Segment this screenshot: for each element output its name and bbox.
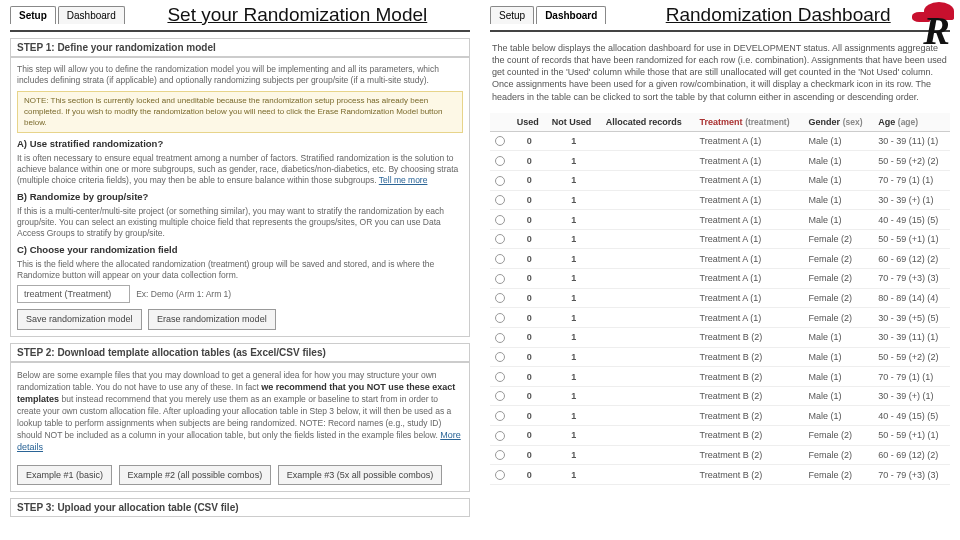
row-age: 70 - 79 (+3) (3) xyxy=(873,269,950,289)
tab-setup-right[interactable]: Setup xyxy=(490,6,534,24)
row-radio[interactable] xyxy=(490,367,512,387)
row-notused: 1 xyxy=(547,367,601,387)
row-radio[interactable] xyxy=(490,269,512,289)
row-used: 0 xyxy=(512,347,547,367)
row-used: 0 xyxy=(512,445,547,465)
th-allocated[interactable]: Allocated records xyxy=(601,113,695,132)
row-radio[interactable] xyxy=(490,249,512,269)
row-used: 0 xyxy=(512,288,547,308)
row-radio[interactable] xyxy=(490,465,512,485)
row-notused: 1 xyxy=(547,347,601,367)
table-row: 01Treatment B (2)Female (2)60 - 69 (12) … xyxy=(490,445,950,465)
row-notused: 1 xyxy=(547,170,601,190)
row-radio[interactable] xyxy=(490,386,512,406)
left-header: Setup Dashboard Set your Randomization M… xyxy=(10,4,470,32)
row-gender: Male (1) xyxy=(804,170,874,190)
row-treatment: Treatment B (2) xyxy=(695,426,804,446)
row-notused: 1 xyxy=(547,406,601,426)
row-age: 30 - 39 (11) (1) xyxy=(873,131,950,151)
left-title: Set your Randomization Model xyxy=(125,4,470,26)
tell-me-more-link[interactable]: Tell me more xyxy=(379,175,428,185)
row-age: 60 - 69 (12) (2) xyxy=(873,249,950,269)
row-notused: 1 xyxy=(547,426,601,446)
dashboard-desc: The table below displays the allocation … xyxy=(490,38,950,107)
row-radio[interactable] xyxy=(490,151,512,171)
row-radio[interactable] xyxy=(490,426,512,446)
row-allocated xyxy=(601,465,695,485)
row-radio[interactable] xyxy=(490,288,512,308)
row-treatment: Treatment B (2) xyxy=(695,367,804,387)
th-notused[interactable]: Not Used xyxy=(547,113,601,132)
th-age-code: (age) xyxy=(898,117,918,127)
row-treatment: Treatment A (1) xyxy=(695,210,804,230)
row-treatment: Treatment A (1) xyxy=(695,151,804,171)
table-row: 01Treatment B (2)Female (2)70 - 79 (+3) … xyxy=(490,465,950,485)
row-used: 0 xyxy=(512,170,547,190)
row-radio[interactable] xyxy=(490,210,512,230)
example2-button[interactable]: Example #2 (all possible combos) xyxy=(119,465,272,485)
row-radio[interactable] xyxy=(490,327,512,347)
step1-note: NOTE: This section is currently locked a… xyxy=(17,91,463,133)
row-gender: Male (1) xyxy=(804,131,874,151)
row-treatment: Treatment A (1) xyxy=(695,308,804,328)
table-row: 01Treatment A (1)Male (1)30 - 39 (11) (1… xyxy=(490,131,950,151)
row-radio[interactable] xyxy=(490,190,512,210)
redcap-logo: R xyxy=(906,2,954,50)
th-blank[interactable] xyxy=(490,113,512,132)
table-row: 01Treatment A (1)Male (1)70 - 79 (1) (1) xyxy=(490,170,950,190)
row-allocated xyxy=(601,426,695,446)
row-treatment: Treatment A (1) xyxy=(695,249,804,269)
row-notused: 1 xyxy=(547,386,601,406)
row-radio[interactable] xyxy=(490,347,512,367)
row-age: 70 - 79 (1) (1) xyxy=(873,170,950,190)
th-treatment[interactable]: Treatment (treatment) xyxy=(695,113,804,132)
row-age: 30 - 39 (+) (1) xyxy=(873,386,950,406)
row-allocated xyxy=(601,406,695,426)
tab-dashboard-right[interactable]: Dashboard xyxy=(536,6,606,24)
row-allocated xyxy=(601,386,695,406)
row-radio[interactable] xyxy=(490,308,512,328)
row-gender: Male (1) xyxy=(804,210,874,230)
th-gender[interactable]: Gender (sex) xyxy=(804,113,874,132)
th-used[interactable]: Used xyxy=(512,113,547,132)
erase-model-button[interactable]: Erase randomization model xyxy=(148,309,276,329)
row-treatment: Treatment A (1) xyxy=(695,131,804,151)
row-age: 50 - 59 (+1) (1) xyxy=(873,426,950,446)
row-used: 0 xyxy=(512,210,547,230)
row-notused: 1 xyxy=(547,210,601,230)
randomization-field-select[interactable]: treatment (Treatment) xyxy=(17,285,130,303)
row-used: 0 xyxy=(512,367,547,387)
row-gender: Female (2) xyxy=(804,308,874,328)
tab-dashboard-left[interactable]: Dashboard xyxy=(58,6,125,24)
row-notused: 1 xyxy=(547,327,601,347)
row-gender: Male (1) xyxy=(804,406,874,426)
row-allocated xyxy=(601,308,695,328)
row-radio[interactable] xyxy=(490,170,512,190)
row-notused: 1 xyxy=(547,308,601,328)
row-allocated xyxy=(601,190,695,210)
row-radio[interactable] xyxy=(490,131,512,151)
row-age: 30 - 39 (11) (1) xyxy=(873,327,950,347)
row-notused: 1 xyxy=(547,269,601,289)
th-treatment-label: Treatment xyxy=(700,117,743,127)
step1-intro: This step will allow you to define the r… xyxy=(17,64,463,86)
step1-c-head: C) Choose your randomization field xyxy=(17,244,463,257)
table-row: 01Treatment B (2)Male (1)50 - 59 (+2) (2… xyxy=(490,347,950,367)
row-treatment: Treatment A (1) xyxy=(695,288,804,308)
row-radio[interactable] xyxy=(490,229,512,249)
example1-button[interactable]: Example #1 (basic) xyxy=(17,465,112,485)
row-radio[interactable] xyxy=(490,445,512,465)
row-radio[interactable] xyxy=(490,406,512,426)
tab-setup-left[interactable]: Setup xyxy=(10,6,56,24)
step2-text2: but instead recommend that you merely us… xyxy=(17,394,451,440)
allocation-table: Used Not Used Allocated records Treatmen… xyxy=(490,113,950,485)
save-model-button[interactable]: Save randomization model xyxy=(17,309,142,329)
row-age: 50 - 59 (+2) (2) xyxy=(873,151,950,171)
step1-a-head: A) Use stratified randomization? xyxy=(17,138,463,151)
th-age[interactable]: Age (age) xyxy=(873,113,950,132)
row-notused: 1 xyxy=(547,465,601,485)
row-age: 50 - 59 (+1) (1) xyxy=(873,229,950,249)
row-gender: Female (2) xyxy=(804,249,874,269)
example3-button[interactable]: Example #3 (5x all possible combos) xyxy=(278,465,443,485)
row-used: 0 xyxy=(512,190,547,210)
